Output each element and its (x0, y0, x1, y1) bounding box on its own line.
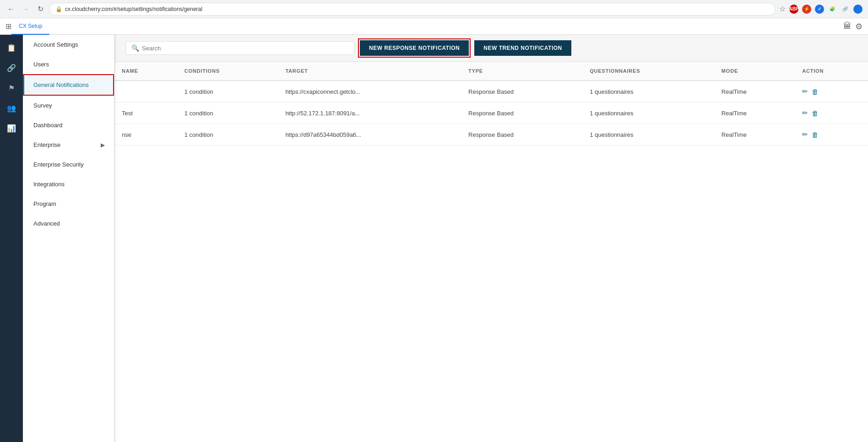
nav-item-users[interactable]: Users (23, 54, 114, 74)
main-content: 🔍 NEW RESPONSE NOTIFICATION NEW TREND NO… (114, 35, 868, 442)
cell-name: Test (114, 102, 177, 124)
nav-item-advanced[interactable]: Advanced (23, 214, 114, 233)
sidebar-icon-clipboard[interactable]: 📋 (2, 38, 21, 57)
col-action: ACTION (795, 62, 868, 81)
sidebar-icon-share[interactable]: 🔗 (2, 59, 21, 77)
search-input[interactable] (142, 45, 348, 52)
sidebar-icon-chart[interactable]: 📊 (2, 119, 21, 137)
cell-name (114, 81, 177, 102)
col-name: NAME (114, 62, 177, 81)
nav-sidebar: Account Settings Users General Notificat… (23, 35, 114, 442)
settings-icon[interactable]: ⚙ (855, 22, 863, 32)
sidebar-icon-flag[interactable]: ⚑ (2, 79, 21, 97)
delete-icon[interactable]: 🗑 (812, 88, 819, 96)
cell-type: Response Based (461, 124, 582, 146)
nav-item-enterprise-security[interactable]: Enterprise Security (23, 155, 114, 174)
back-button[interactable]: ← (5, 4, 16, 15)
content-toolbar: 🔍 NEW RESPONSE NOTIFICATION NEW TREND NO… (114, 35, 868, 62)
nav-item-survey[interactable]: Survey (23, 96, 114, 115)
cell-conditions: 1 condition (177, 81, 278, 102)
tab-bar: ⊞ CX Setup 🏛 ⚙ (0, 18, 868, 35)
col-conditions: CONDITIONS (177, 62, 278, 81)
cell-target: https://d97a65344bd059a6... (278, 124, 461, 146)
cell-questionnaires: 1 questionnaires (582, 102, 714, 124)
enterprise-arrow-icon: ▶ (101, 142, 105, 148)
icon-sidebar: 📋 🔗 ⚑ 👥 📊 (0, 35, 23, 442)
sidebar-icon-users[interactable]: 👥 (2, 99, 21, 117)
nav-item-program[interactable]: Program (23, 194, 114, 214)
cell-conditions: 1 condition (177, 102, 278, 124)
apps-icon[interactable]: ⊞ (5, 22, 11, 31)
cell-conditions: 1 condition (177, 124, 278, 146)
bookmark-icon[interactable]: ☆ (779, 5, 786, 13)
tab-title: CX Setup (19, 23, 42, 29)
reload-button[interactable]: ↻ (35, 4, 46, 15)
cell-action: ✏ 🗑 (795, 102, 868, 124)
ext-puzzle-icon[interactable]: 🧩 (828, 5, 837, 14)
new-trend-notification-button[interactable]: NEW TREND NOTIFICATION (474, 40, 571, 56)
cx-setup-tab[interactable]: CX Setup (11, 18, 49, 35)
cell-type: Response Based (461, 81, 582, 102)
forward-button[interactable]: → (20, 4, 31, 15)
new-response-notification-button[interactable]: NEW RESPONSE NOTIFICATION (360, 40, 469, 56)
cell-action: ✏ 🗑 (795, 81, 868, 102)
edit-icon[interactable]: ✏ (802, 87, 808, 96)
col-questionnaires: QUESTIONNAIRES (582, 62, 714, 81)
edit-icon[interactable]: ✏ (802, 109, 808, 117)
nav-item-dashboard[interactable]: Dashboard (23, 115, 114, 135)
user-avatar[interactable]: 👤 (853, 5, 863, 14)
delete-icon[interactable]: 🗑 (812, 109, 819, 117)
table-row: nse 1 condition https://d97a65344bd059a6… (114, 124, 868, 146)
url-text: cx.cloudcherry.com/#/setup/settings/noti… (65, 6, 770, 12)
cell-questionnaires: 1 questionnaires (582, 81, 714, 102)
building-icon[interactable]: 🏛 (843, 22, 852, 31)
ext-check-icon[interactable]: ✓ (815, 5, 824, 14)
ext-link-icon[interactable]: 🔗 (841, 5, 850, 14)
cell-target: https://cxapiconnect.getclo... (278, 81, 461, 102)
lock-icon: 🔒 (55, 6, 62, 12)
address-bar[interactable]: 🔒 cx.cloudcherry.com/#/setup/settings/no… (49, 3, 776, 16)
notifications-table: NAME CONDITIONS TARGET TYPE QUESTIONNAIR… (114, 62, 868, 146)
nav-item-general-notifications[interactable]: General Notifications (23, 74, 114, 96)
delete-icon[interactable]: 🗑 (812, 131, 819, 139)
nav-item-account-settings[interactable]: Account Settings (23, 35, 114, 54)
browser-extensions: ☆ ABP ⚡ ✓ 🧩 🔗 👤 (779, 5, 863, 14)
col-target: TARGET (278, 62, 461, 81)
cell-name: nse (114, 124, 177, 146)
nav-item-enterprise[interactable]: Enterprise ▶ (23, 135, 114, 155)
cell-mode: RealTime (714, 102, 795, 124)
adblock-icon[interactable]: ABP (789, 5, 798, 14)
cell-mode: RealTime (714, 124, 795, 146)
edit-icon[interactable]: ✏ (802, 130, 808, 139)
table-row: 1 condition https://cxapiconnect.getclo.… (114, 81, 868, 102)
col-type: TYPE (461, 62, 582, 81)
notifications-table-container: NAME CONDITIONS TARGET TYPE QUESTIONNAIR… (114, 62, 868, 442)
cell-questionnaires: 1 questionnaires (582, 124, 714, 146)
browser-chrome: ← → ↻ 🔒 cx.cloudcherry.com/#/setup/setti… (0, 0, 868, 18)
search-icon: 🔍 (131, 44, 139, 52)
col-mode: MODE (714, 62, 795, 81)
cell-target: http://52.172.1.187:8091/a... (278, 102, 461, 124)
cell-type: Response Based (461, 102, 582, 124)
ext-red-icon[interactable]: ⚡ (802, 5, 811, 14)
table-header-row: NAME CONDITIONS TARGET TYPE QUESTIONNAIR… (114, 62, 868, 81)
search-container: 🔍 (125, 41, 354, 55)
cell-mode: RealTime (714, 81, 795, 102)
table-row: Test 1 condition http://52.172.1.187:809… (114, 102, 868, 124)
nav-item-integrations[interactable]: Integrations (23, 174, 114, 194)
app-container: 📋 🔗 ⚑ 👥 📊 Account Settings Users General… (0, 35, 868, 442)
cell-action: ✏ 🗑 (795, 124, 868, 146)
